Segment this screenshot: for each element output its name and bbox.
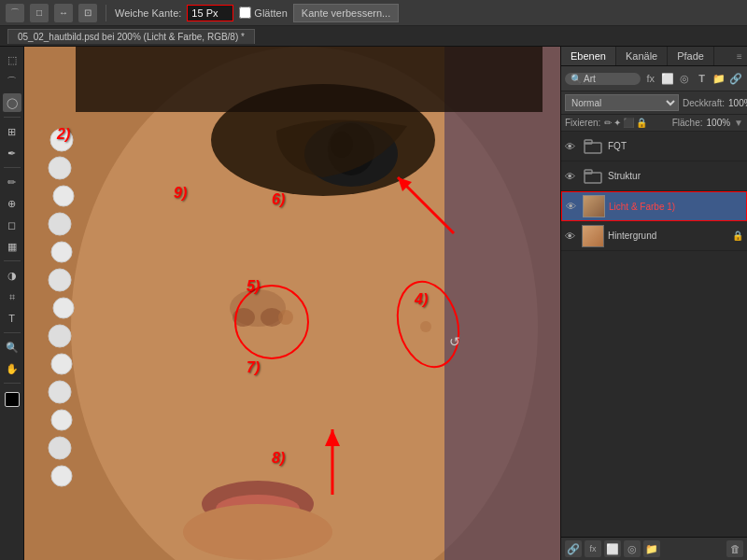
gradient-icon[interactable]: ▦ [3, 237, 21, 256]
flache-label: Fläche: [672, 118, 703, 128]
lt-separator-1 [4, 117, 21, 118]
lt-separator-4 [4, 332, 21, 333]
layer-eye-hintergrund[interactable]: 👁 [565, 231, 578, 242]
layer-item-fqt[interactable]: 👁 FQT [561, 132, 747, 161]
layer-link-btn[interactable]: 🔗 [565, 540, 582, 557]
svg-point-20 [233, 308, 255, 327]
layers-panel: Ebenen Kanäle Pfade ≡ 🔍 fx ⬜ ◎ T 📁 🔗 [561, 47, 747, 560]
lt-separator-3 [4, 260, 21, 261]
layer-type-icon[interactable]: T [695, 70, 709, 87]
layer-name-licht-farbe: Licht & Farbe 1) [609, 202, 742, 212]
foreground-color[interactable] [5, 392, 20, 407]
svg-point-28 [183, 504, 332, 560]
layer-item-struktur[interactable]: 👁 Struktur [561, 161, 747, 191]
fixieren-label: Fixieren: [565, 118, 600, 128]
layer-folder-btn[interactable]: 📁 [643, 540, 660, 557]
eraser-icon[interactable]: ◻ [3, 216, 21, 234]
svg-point-7 [49, 157, 71, 179]
layer-trash-btn[interactable]: 🗑 [726, 540, 743, 557]
feather-input[interactable] [187, 5, 233, 21]
move-tool-icon[interactable]: ↔ [54, 4, 73, 22]
svg-rect-23 [76, 47, 543, 112]
smooth-checkbox-label: Glätten [239, 7, 287, 19]
layer-folder-icon[interactable]: 📁 [712, 70, 726, 87]
tab-ebenen[interactable]: Ebenen [561, 47, 616, 65]
blend-mode-select[interactable]: Normal Multiplizieren Negativ multiplizi… [565, 94, 679, 111]
zoom-icon[interactable]: 🔍 [3, 338, 21, 357]
main-area: ⬚ ⌒ ◯ ⊞ ✒ ✏ ⊕ ◻ ▦ ◑ ⌗ T 🔍 ✋ [0, 47, 747, 560]
canvas-area: 2) 9) 6) 5) 7) 4) 8) ↺ [24, 47, 560, 560]
lasso-tool-icon[interactable]: ⌒ [6, 4, 24, 22]
clone-stamp-icon[interactable]: ⊕ [3, 194, 21, 213]
layers-list: 👁 FQT 👁 Struktur 👁 [561, 132, 747, 537]
right-panel: Ebenen Kanäle Pfade ≡ 🔍 fx ⬜ ◎ T 📁 🔗 [560, 47, 747, 560]
canvas-overlay [24, 47, 560, 560]
layer-thumb-licht-farbe [583, 195, 605, 217]
panel-menu-btn[interactable]: ≡ [732, 47, 747, 65]
svg-rect-36 [585, 170, 592, 174]
layers-search-input[interactable] [584, 74, 635, 84]
opacity-value: 100% [728, 98, 747, 108]
fixieren-row: Fixieren: ✏ ✦ ⬛ 🔒 Fläche: 100% ▼ [561, 115, 747, 132]
layer-name-fqt: FQT [608, 141, 743, 151]
layer-chain-icon[interactable]: 🔗 [729, 70, 743, 87]
svg-point-18 [51, 466, 72, 486]
rect-select-icon[interactable]: □ [30, 4, 49, 22]
panel-tabs: Ebenen Kanäle Pfade ≡ [561, 47, 747, 66]
crop-icon[interactable]: ⊞ [3, 122, 21, 141]
lasso-active-icon[interactable]: ◯ [3, 93, 21, 112]
hand-icon[interactable]: ✋ [3, 359, 21, 378]
svg-point-14 [51, 354, 72, 374]
svg-point-10 [51, 242, 72, 262]
svg-point-9 [49, 213, 71, 235]
canvas-image: 2) 9) 6) 5) 7) 4) 8) ↺ [24, 47, 560, 560]
dodge-icon[interactable]: ◑ [3, 266, 21, 285]
document-tab[interactable]: 05_02_hautbild.psd bei 200% (Licht & Far… [7, 29, 255, 44]
layer-adj-btn[interactable]: ◎ [624, 540, 641, 557]
type-icon[interactable]: T [3, 309, 21, 328]
layer-eye-struktur[interactable]: 👁 [565, 171, 578, 182]
layer-eye-fqt[interactable]: 👁 [565, 141, 578, 152]
svg-point-8 [53, 186, 74, 206]
layers-search-box[interactable]: 🔍 [565, 73, 641, 85]
svg-rect-22 [444, 47, 560, 560]
fix-lock-icon[interactable]: 🔒 [636, 118, 647, 128]
svg-point-16 [51, 410, 72, 430]
pen-icon[interactable]: ⌗ [3, 287, 21, 306]
layer-eye-licht-farbe[interactable]: 👁 [566, 201, 579, 212]
feather-label: Weiche Kante: [115, 7, 181, 19]
fix-brush-icon[interactable]: ⬛ [623, 118, 634, 128]
layer-mask-btn[interactable]: ⬜ [604, 540, 621, 557]
lasso-icon[interactable]: ⌒ [3, 72, 21, 91]
flache-value: 100% [707, 118, 731, 128]
svg-rect-34 [585, 140, 592, 144]
flache-arrow[interactable]: ▼ [734, 118, 743, 128]
improve-edge-button[interactable]: Kante verbessern... [293, 4, 399, 22]
tab-pfade[interactable]: Pfade [668, 47, 714, 65]
layer-fx-btn[interactable]: fx [585, 540, 601, 557]
fix-pencil-icon[interactable]: ✏ [604, 118, 612, 128]
marquee-icon[interactable]: ⊡ [78, 4, 97, 22]
fix-move-icon[interactable]: ✦ [613, 118, 621, 128]
eyedropper-icon[interactable]: ✒ [3, 144, 21, 162]
brush-icon[interactable]: ✏ [3, 173, 21, 191]
layer-name-struktur: Struktur [608, 171, 743, 181]
svg-point-24 [278, 310, 293, 325]
layer-lock-icon: 🔒 [732, 231, 743, 241]
svg-point-15 [49, 381, 71, 403]
layer-thumb-hintergrund [582, 225, 604, 247]
layer-thumb-fqt [582, 135, 604, 158]
svg-point-6 [50, 129, 73, 151]
opacity-label: Deckkraft: [683, 98, 725, 108]
tab-kanaele[interactable]: Kanäle [616, 47, 668, 65]
search-icon: 🔍 [571, 74, 582, 84]
selection-tool-icon[interactable]: ⬚ [3, 50, 21, 69]
lt-separator-5 [4, 383, 21, 384]
svg-point-11 [49, 269, 71, 291]
layer-item-hintergrund[interactable]: 👁 Hintergrund 🔒 [561, 221, 747, 251]
layer-fx-icon[interactable]: fx [643, 70, 657, 87]
smooth-checkbox[interactable] [239, 7, 251, 19]
layer-adjust-icon[interactable]: ◎ [678, 70, 692, 87]
layer-item-licht-farbe[interactable]: 👁 Licht & Farbe 1) [561, 191, 747, 221]
layer-mask-icon[interactable]: ⬜ [660, 70, 674, 87]
